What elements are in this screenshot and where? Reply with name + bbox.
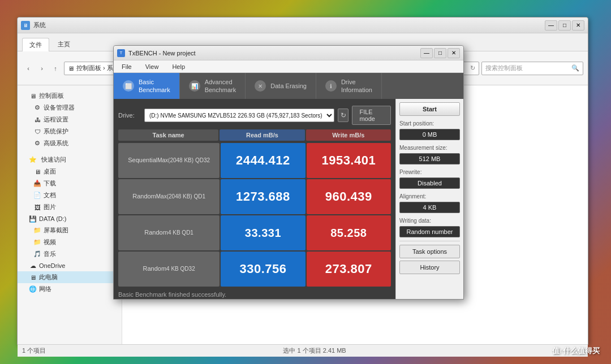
explorer-minimize-button[interactable]: —: [545, 20, 557, 31]
sidebar-label-desktop: 桌面: [44, 167, 56, 176]
drive-select[interactable]: (D:) NVMe SAMSUNG MZVLB512 226.93 GB (47…: [144, 109, 334, 122]
ribbon-tab-home[interactable]: 主页: [50, 37, 78, 51]
sidebar-item-0[interactable]: 🖥 控制面板: [18, 90, 122, 102]
bench-read-3: 330.756: [221, 252, 305, 287]
sidebar-icon-desktop: 🖥: [33, 168, 41, 176]
sidebar-icon-2: 🖧: [33, 116, 41, 124]
sidebar-item-4[interactable]: ⚙ 高级系统: [18, 137, 122, 149]
sidebar-icon-datad: 💾: [29, 215, 37, 223]
txbench-tabs: ⬜ BasicBenchmark 📊 AdvancedBenchmark ✕ D…: [114, 73, 463, 99]
statusbar-middle: 选中 1 个项目 2.41 MB: [283, 346, 346, 355]
explorer-titlebar: 🖥 系统 — □ ✕: [18, 18, 588, 33]
file-mode-button[interactable]: FILE mode: [352, 106, 391, 125]
address-refresh-icon: ↻: [470, 64, 475, 72]
drive-label: Drive:: [118, 112, 141, 119]
measurement-size-value: 512 MB: [399, 153, 460, 164]
forward-button[interactable]: ›: [36, 62, 48, 75]
tab-drive-information[interactable]: ℹ DriveInformation: [316, 73, 382, 99]
sidebar-item-datad[interactable]: 💾 DATA (D:): [18, 213, 122, 224]
back-button[interactable]: ‹: [22, 62, 35, 75]
tab-advanced-benchmark[interactable]: 📊 AdvancedBenchmark: [180, 73, 246, 99]
drive-refresh-button[interactable]: ↻: [338, 109, 348, 122]
up-button[interactable]: ↑: [49, 62, 62, 75]
sidebar-item-network[interactable]: 🌐 网络: [18, 283, 122, 295]
explorer-sidebar: 🖥 控制面板 ⚙ 设备管理器 🖧 远程设置 🛡 系统保护 ⚙ 高级系统 ⭐: [18, 85, 122, 344]
bench-task-1: RandomMax(2048 KB) QD1: [118, 179, 220, 214]
tab-advanced-label: AdvancedBenchmark: [205, 78, 236, 94]
tab-basic-label: BasicBenchmark: [139, 78, 170, 94]
explorer-search-box[interactable]: 搜索控制面板 🔍: [481, 62, 583, 75]
history-button[interactable]: History: [399, 261, 460, 274]
tab-data-erasing[interactable]: ✕ Data Erasing: [246, 73, 316, 99]
sidebar-label-network: 网络: [39, 285, 51, 293]
bench-read-2: 33.331: [221, 215, 305, 250]
tab-advanced-icon: 📊: [189, 80, 200, 92]
bench-task-3: Random4 KB QD32: [118, 252, 220, 287]
txbench-window: T TxBENCH - New project — □ ✕ File View …: [113, 45, 464, 300]
sidebar-label-download: 下载: [44, 179, 56, 188]
sidebar-label-music: 音乐: [44, 250, 56, 258]
sidebar-label-3: 系统保护: [44, 127, 68, 136]
explorer-search-icon: 🔍: [571, 64, 579, 72]
bench-row-3: Random4 KB QD32 330.756 273.807: [118, 252, 391, 287]
sidebar-label-datad: DATA (D:): [39, 215, 66, 222]
sidebar-label-screenshots: 屏幕截图: [44, 226, 68, 235]
start-position-value: 0 MB: [399, 129, 460, 140]
sidebar-item-docs[interactable]: 📄 文档: [18, 189, 122, 201]
ctrl-divider: [399, 241, 460, 241]
prewrite-value: Disabled: [399, 177, 460, 189]
header-read: Read mB/s: [220, 129, 304, 141]
bench-read-0: 2444.412: [221, 143, 305, 178]
start-button[interactable]: Start: [399, 102, 460, 116]
ribbon-tab-file[interactable]: 文件: [22, 38, 49, 51]
menu-file[interactable]: File: [118, 62, 135, 71]
sidebar-label-4: 高级系统: [44, 139, 68, 148]
sidebar-icon-3: 🛡: [33, 128, 41, 136]
sidebar-item-screenshots[interactable]: 📁 屏幕截图: [18, 224, 122, 236]
txbench-menubar: File View Help: [114, 60, 463, 73]
txbench-close-button[interactable]: ✕: [448, 48, 460, 58]
explorer-win-buttons: — □ ✕: [545, 20, 584, 31]
sidebar-label-docs: 文档: [44, 191, 56, 200]
sidebar-icon-0: 🖥: [29, 92, 37, 100]
menu-help[interactable]: Help: [169, 62, 188, 71]
explorer-statusbar: 1 个项目 选中 1 个项目 2.41 MB: [18, 344, 588, 357]
sidebar-label-5: 快速访问: [41, 155, 66, 164]
explorer-close-button[interactable]: ✕: [572, 20, 584, 31]
sidebar-icon-4: ⚙: [33, 140, 41, 148]
txbench-controls-panel: Start Start position: 0 MB Measurement s…: [395, 99, 463, 299]
sidebar-item-video[interactable]: 📁 视频: [18, 236, 122, 248]
txbench-maximize-button[interactable]: □: [434, 48, 446, 58]
tab-erasing-label: Data Erasing: [270, 82, 307, 90]
explorer-search-placeholder: 搜索控制面板: [485, 64, 523, 72]
sidebar-item-download[interactable]: 📥 下载: [18, 177, 122, 189]
alignment-label: Alignment:: [399, 193, 460, 200]
tab-basic-benchmark[interactable]: ⬜ BasicBenchmark: [114, 73, 180, 99]
explorer-maximize-button[interactable]: □: [558, 20, 571, 31]
sidebar-item-thispc[interactable]: 🖥 此电脑: [18, 271, 122, 283]
sidebar-item-pics[interactable]: 🖼 图片: [18, 201, 122, 213]
sidebar-item-music[interactable]: 🎵 音乐: [18, 248, 122, 260]
bench-task-2: Random4 KB QD1: [118, 215, 220, 250]
sidebar-label-2: 远程设置: [44, 115, 68, 124]
sidebar-item-desktop[interactable]: 🖥 桌面: [18, 166, 122, 177]
watermark: 值↑什么值得买: [552, 346, 600, 356]
tab-erasing-icon: ✕: [255, 80, 266, 92]
sidebar-item-5[interactable]: ⭐ 快速访问: [18, 154, 122, 166]
sidebar-item-1[interactable]: ⚙ 设备管理器: [18, 102, 122, 114]
sidebar-item-onedrive[interactable]: ☁ OneDrive: [18, 260, 122, 271]
measurement-size-label: Measurement size:: [399, 145, 460, 151]
menu-view[interactable]: View: [142, 62, 162, 71]
benchmark-table-header: Task name Read mB/s Write mB/s: [118, 129, 391, 141]
bench-write-2: 85.258: [307, 215, 391, 250]
sidebar-item-2[interactable]: 🖧 远程设置: [18, 114, 122, 125]
sidebar-item-3[interactable]: 🛡 系统保护: [18, 125, 122, 137]
sidebar-label-thispc: 此电脑: [39, 273, 58, 281]
sidebar-icon-pics: 🖼: [33, 203, 41, 211]
task-options-button[interactable]: Task options: [399, 245, 460, 258]
sidebar-icon-network: 🌐: [29, 285, 37, 293]
prewrite-label: Prewrite:: [399, 169, 460, 175]
explorer-title-left: 🖥 系统: [21, 21, 46, 30]
txbench-minimize-button[interactable]: —: [420, 48, 433, 58]
explorer-nav-buttons: ‹ › ↑: [22, 62, 62, 75]
